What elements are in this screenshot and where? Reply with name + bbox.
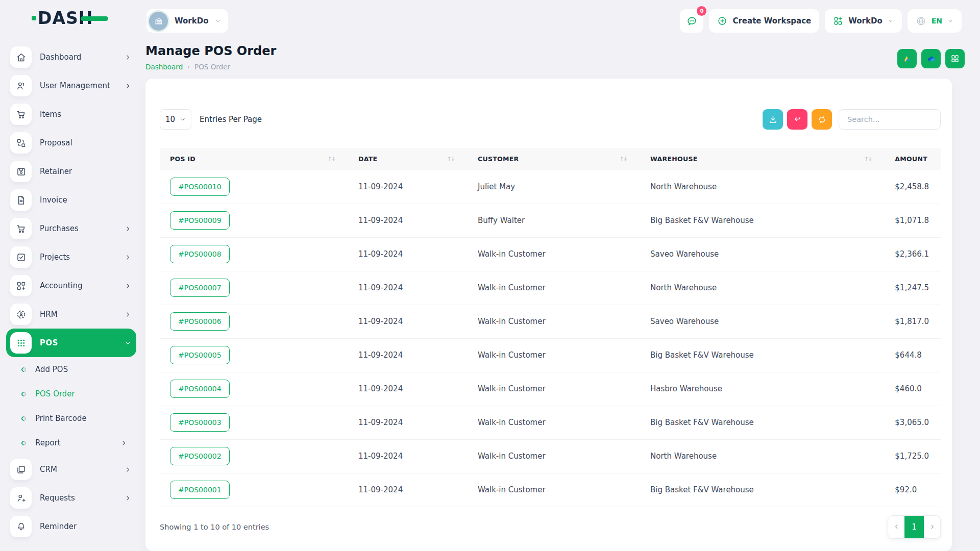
column-header-warehouse[interactable]: WAREHOUSE↑↓ [640,148,885,170]
language-selector[interactable]: EN [908,9,962,33]
pos-id-badge[interactable]: #POS00006 [170,312,230,331]
messages-button[interactable]: 0 [680,9,703,33]
amount-cell: $1,817.0 [885,305,941,338]
customer-cell: Walk-in Customer [468,271,640,305]
date-cell: 11-09-2024 [348,372,468,406]
pos-order-card: 10 Entries Per Page POS ID↑↓ DATE↑↓ CUST… [145,79,952,551]
sidebar-item-pos[interactable]: POS [6,329,136,357]
amount-cell: $644.8 [885,338,941,372]
entries-per-page-select[interactable]: 10 [160,109,191,130]
column-header-customer[interactable]: CUSTOMER↑↓ [468,148,640,170]
table-row: #POS00009 11-09-2024 Buffy Walter Big Ba… [160,204,941,237]
customer-cell: Walk-in Customer [468,305,640,338]
sidebar-item-crm[interactable]: CRM [6,455,136,484]
sidebar-subitem-print-barcode[interactable]: Print Barcode [6,406,136,431]
sort-icon[interactable]: ↑↓ [620,156,627,162]
sidebar-subitem-report[interactable]: Report [6,431,136,455]
sidebar-item-hrm[interactable]: HRM [6,300,136,329]
pos-id-badge[interactable]: #POS00004 [170,380,230,398]
column-header-amount[interactable]: AMOUNT [885,148,941,170]
table-row: #POS00008 11-09-2024 Walk-in Customer Sa… [160,237,941,271]
customer-cell: Walk-in Customer [468,237,640,271]
sidebar-item-requests[interactable]: Requests [6,484,136,512]
warehouse-cell: Saveo Warehouse [640,237,885,271]
pos-id-badge[interactable]: #POS00005 [170,346,230,364]
amount-cell: $460.0 [885,372,941,406]
amount-cell: $1,725.0 [885,439,941,473]
prev-page-button[interactable] [888,516,904,538]
next-page-button[interactable] [924,516,940,538]
sidebar-item-reminder[interactable]: Reminder [6,512,136,541]
sidebar-item-dashboard[interactable]: Dashboard [6,43,136,71]
pos-id-badge[interactable]: #POS00001 [170,481,230,499]
google-drive-button[interactable] [897,49,917,68]
undo-arrow-icon [793,115,802,124]
document-icon [10,189,32,211]
column-header-pos-id[interactable]: POS ID↑↓ [160,148,348,170]
onedrive-button[interactable] [921,49,941,68]
sort-icon[interactable]: ↑↓ [864,156,871,162]
pos-id-badge[interactable]: #POS00007 [170,279,230,297]
table-row: #POS00010 11-09-2024 Juliet May North Wa… [160,170,941,204]
sidebar-item-user-management[interactable]: User Management [6,71,136,100]
amount-cell: $1,247.5 [885,271,941,305]
logo-dot-icon [32,16,36,20]
sidebar-item-accounting[interactable]: Accounting [6,271,136,300]
sidebar-subitem-pos-order[interactable]: POS Order [6,382,136,406]
chevron-right-icon [125,466,131,473]
undo-button[interactable] [787,109,807,130]
table-body: #POS00010 11-09-2024 Juliet May North Wa… [160,170,941,507]
globe-icon [916,16,926,27]
apps-dropdown[interactable]: WorkDo [825,9,901,33]
breadcrumb-dashboard-link[interactable]: Dashboard [145,63,183,71]
sidebar-item-purchases[interactable]: Purchases [6,214,136,243]
sort-icon[interactable]: ↑↓ [447,156,454,162]
table-row: #POS00004 11-09-2024 Walk-in Customer Ha… [160,372,941,406]
pos-id-badge[interactable]: #POS00010 [170,178,230,196]
pos-order-table: POS ID↑↓ DATE↑↓ CUSTOMER↑↓ WAREHOUSE↑↓ A… [160,148,941,507]
chevron-down-icon [888,18,894,24]
topbar: WorkDo 0 Create Workspace WorkDo EN [145,0,980,36]
grid-view-button[interactable] [945,49,965,68]
date-cell: 11-09-2024 [348,473,468,507]
grid-plus-icon [833,16,843,26]
windows-icon [10,459,32,480]
sidebar-item-invoice[interactable]: Invoice [6,186,136,214]
users-icon [10,75,32,96]
amount-cell: $3,065.0 [885,406,941,439]
sidebar-item-retainer[interactable]: Retainer [6,157,136,186]
customer-cell: Walk-in Customer [468,473,640,507]
sidebar-subitem-add-pos[interactable]: Add POS [6,357,136,382]
grid-icon [950,54,960,63]
sidebar-item-projects[interactable]: Projects [6,243,136,271]
bell-icon [10,516,32,537]
chevron-right-icon [125,226,131,232]
notification-badge: 0 [697,6,706,16]
home-icon [10,46,32,68]
refresh-button[interactable] [812,109,832,130]
sidebar-item-proposal[interactable]: Proposal [6,129,136,157]
circle-plus-icon [717,16,727,26]
sidebar-item-items[interactable]: Items [6,100,136,129]
google-drive-icon [902,54,912,64]
table-controls: 10 Entries Per Page [160,109,941,130]
grid-plus-icon [10,275,32,296]
customer-cell: Walk-in Customer [468,372,640,406]
page-1-button[interactable]: 1 [904,516,924,538]
workspace-selector[interactable]: WorkDo [146,9,228,33]
warehouse-cell: Saveo Warehouse [640,305,885,338]
bullet-icon [20,440,27,446]
chevron-right-icon [929,523,936,530]
column-header-date[interactable]: DATE↑↓ [348,148,468,170]
search-input[interactable] [839,109,941,130]
amount-cell: $2,458.8 [885,170,941,204]
sort-icon[interactable]: ↑↓ [328,156,335,162]
export-button[interactable] [763,109,783,130]
pos-id-badge[interactable]: #POS00008 [170,245,230,263]
pos-id-badge[interactable]: #POS00003 [170,413,230,432]
page-title: Manage POS Order [145,44,276,58]
pos-id-badge[interactable]: #POS00009 [170,211,230,230]
breadcrumb-separator: › [187,63,190,70]
pos-id-badge[interactable]: #POS00002 [170,447,230,465]
create-workspace-button[interactable]: Create Workspace [709,9,819,33]
